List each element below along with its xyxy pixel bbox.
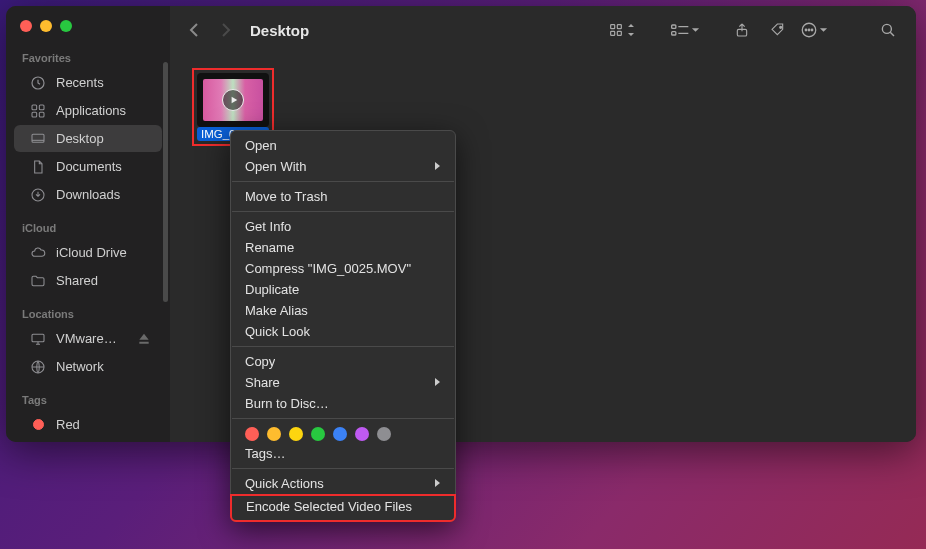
menu-open-with[interactable]: Open With <box>231 156 455 177</box>
menu-duplicate[interactable]: Duplicate <box>231 279 455 300</box>
svg-rect-12 <box>617 31 621 35</box>
sidebar-item-icloud-drive[interactable]: iCloud Drive <box>14 239 162 266</box>
tag-color-blue[interactable] <box>333 427 347 441</box>
chevron-right-icon <box>434 159 441 174</box>
svg-rect-11 <box>611 31 615 35</box>
svg-rect-9 <box>611 25 615 29</box>
svg-rect-3 <box>32 112 37 117</box>
context-menu: Open Open With Move to Trash Get Info Re… <box>230 130 456 522</box>
play-icon <box>222 89 244 111</box>
sidebar-item-label: Documents <box>56 159 152 174</box>
sidebar-item-label: Applications <box>56 103 152 118</box>
tag-color-purple[interactable] <box>355 427 369 441</box>
tag-red-icon <box>30 417 46 433</box>
sidebar-section-icloud: iCloud <box>6 216 170 238</box>
forward-button[interactable] <box>214 19 236 41</box>
updown-icon <box>626 23 636 37</box>
sidebar-section-tags: Tags <box>6 388 170 410</box>
menu-separator <box>232 468 454 469</box>
svg-point-16 <box>780 26 782 28</box>
menu-get-info[interactable]: Get Info <box>231 216 455 237</box>
sidebar-section-locations: Locations <box>6 302 170 324</box>
sidebar-item-desktop[interactable]: Desktop <box>14 125 162 152</box>
chevron-right-icon <box>434 375 441 390</box>
back-button[interactable] <box>184 19 206 41</box>
search-button[interactable] <box>874 19 902 41</box>
tag-color-red[interactable] <box>245 427 259 441</box>
menu-rename[interactable]: Rename <box>231 237 455 258</box>
svg-rect-1 <box>32 105 37 110</box>
svg-rect-5 <box>32 134 44 142</box>
svg-point-20 <box>811 29 813 31</box>
menu-share[interactable]: Share <box>231 372 455 393</box>
app-grid-icon <box>30 103 46 119</box>
display-icon <box>30 331 46 347</box>
sidebar-item-documents[interactable]: Documents <box>14 153 162 180</box>
menu-compress[interactable]: Compress "IMG_0025.MOV" <box>231 258 455 279</box>
svg-rect-14 <box>672 32 676 35</box>
menu-burn-to-disc[interactable]: Burn to Disc… <box>231 393 455 414</box>
cloud-icon <box>30 245 46 261</box>
menu-tag-colors <box>231 423 455 443</box>
svg-rect-13 <box>672 25 676 28</box>
menu-separator <box>232 211 454 212</box>
sidebar-item-vmware[interactable]: VMware… <box>14 325 162 352</box>
download-icon <box>30 187 46 203</box>
tags-button[interactable] <box>764 19 792 41</box>
sidebar-item-shared[interactable]: Shared <box>14 267 162 294</box>
close-window-button[interactable] <box>20 20 32 32</box>
menu-tags[interactable]: Tags… <box>231 443 455 464</box>
menu-encode-video[interactable]: Encode Selected Video Files <box>232 496 454 517</box>
sidebar-item-network[interactable]: Network <box>14 353 162 380</box>
sidebar-section-favorites: Favorites <box>6 46 170 68</box>
svg-rect-4 <box>39 112 44 117</box>
svg-point-19 <box>808 29 810 31</box>
menu-quick-actions[interactable]: Quick Actions <box>231 473 455 494</box>
desktop-icon <box>30 131 46 147</box>
menu-separator <box>232 346 454 347</box>
finder-window: Favorites Recents Applications Desktop D… <box>6 6 916 442</box>
window-controls <box>6 16 170 46</box>
group-by-button[interactable] <box>670 22 700 38</box>
video-thumbnail[interactable] <box>197 73 269 127</box>
tag-color-yellow[interactable] <box>289 427 303 441</box>
menu-quick-look[interactable]: Quick Look <box>231 321 455 342</box>
annotation-highlight: Encode Selected Video Files <box>230 494 456 522</box>
clock-icon <box>30 75 46 91</box>
menu-separator <box>232 181 454 182</box>
toolbar: Desktop <box>170 6 916 54</box>
menu-open[interactable]: Open <box>231 135 455 156</box>
svg-point-18 <box>805 29 807 31</box>
fullscreen-window-button[interactable] <box>60 20 72 32</box>
minimize-window-button[interactable] <box>40 20 52 32</box>
svg-rect-10 <box>617 25 621 29</box>
menu-make-alias[interactable]: Make Alias <box>231 300 455 321</box>
chevron-right-icon <box>434 476 441 491</box>
svg-rect-2 <box>39 105 44 110</box>
sidebar-item-label: VMware… <box>56 331 126 346</box>
menu-move-to-trash[interactable]: Move to Trash <box>231 186 455 207</box>
chevron-down-icon <box>691 26 700 34</box>
sidebar-item-label: Shared <box>56 273 152 288</box>
menu-copy[interactable]: Copy <box>231 351 455 372</box>
sidebar-item-label: Downloads <box>56 187 152 202</box>
eject-icon[interactable] <box>136 331 152 347</box>
sidebar-item-tag-red[interactable]: Red <box>14 411 162 438</box>
sidebar-item-label: Network <box>56 359 152 374</box>
sidebar-item-recents[interactable]: Recents <box>14 69 162 96</box>
tag-color-gray[interactable] <box>377 427 391 441</box>
actions-button[interactable] <box>800 21 828 39</box>
sidebar-item-downloads[interactable]: Downloads <box>14 181 162 208</box>
share-button[interactable] <box>728 19 756 41</box>
sidebar-item-label: iCloud Drive <box>56 245 152 260</box>
tag-color-green[interactable] <box>311 427 325 441</box>
sidebar-item-applications[interactable]: Applications <box>14 97 162 124</box>
sidebar: Favorites Recents Applications Desktop D… <box>6 6 170 442</box>
sidebar-item-label: Red <box>56 417 152 432</box>
tag-color-orange[interactable] <box>267 427 281 441</box>
sidebar-item-label: Recents <box>56 75 152 90</box>
chevron-down-icon <box>819 26 828 34</box>
sidebar-scrollbar[interactable] <box>163 62 168 302</box>
view-mode-button[interactable] <box>607 22 636 38</box>
menu-separator <box>232 418 454 419</box>
